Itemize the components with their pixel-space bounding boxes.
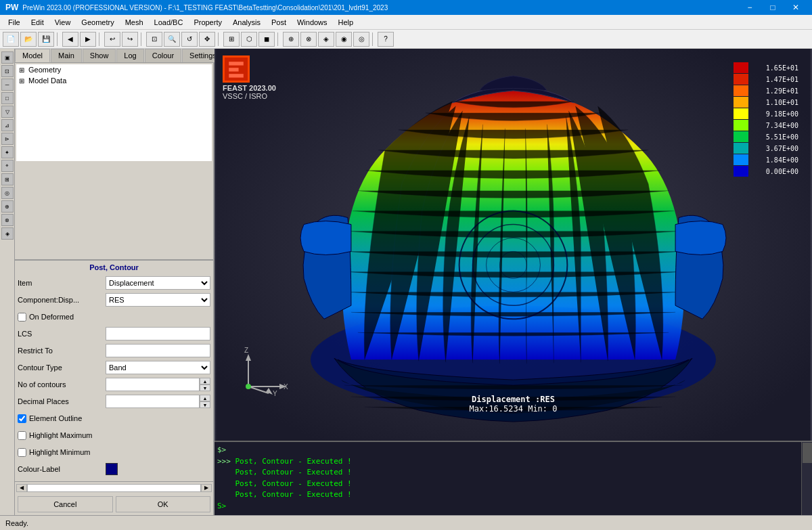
tb-redo[interactable]: ↪ bbox=[122, 32, 138, 47]
cancel-button[interactable]: Cancel bbox=[18, 496, 113, 512]
left-icon-1[interactable]: ▣ bbox=[1, 51, 14, 64]
tb-x2[interactable]: ⊗ bbox=[300, 32, 317, 47]
form-row-component: Component:Disp... RES X Y Z bbox=[18, 292, 210, 307]
left-icon-2[interactable]: ⊡ bbox=[1, 65, 14, 77]
ok-button[interactable]: OK bbox=[116, 496, 211, 512]
tb-x3[interactable]: ◈ bbox=[318, 32, 334, 47]
menu-loadbc[interactable]: Load/BC bbox=[149, 15, 189, 30]
tb-save[interactable]: 💾 bbox=[38, 32, 54, 47]
console-scrollbar-thumb[interactable] bbox=[803, 443, 812, 463]
tb-x5[interactable]: ◎ bbox=[353, 32, 369, 47]
left-icon-9[interactable]: ⌖ bbox=[1, 160, 14, 172]
tb-forward[interactable]: ▶ bbox=[80, 32, 96, 47]
tree-label-geometry: Geometry bbox=[28, 66, 61, 74]
restrict-to-input[interactable] bbox=[106, 344, 210, 357]
no-contours-spinner-btns: ▲ ▼ bbox=[200, 378, 210, 391]
tb-query[interactable]: ? bbox=[378, 32, 394, 47]
left-icon-13[interactable]: ⊗ bbox=[1, 214, 14, 226]
tb-x4[interactable]: ◉ bbox=[336, 32, 352, 47]
scale-color-3 bbox=[734, 97, 748, 108]
close-button[interactable]: ✕ bbox=[785, 0, 807, 15]
tb-back[interactable]: ◀ bbox=[62, 32, 78, 47]
tb-shade[interactable]: ◼ bbox=[258, 32, 275, 47]
menu-file[interactable]: File bbox=[3, 15, 26, 30]
tab-log[interactable]: Log bbox=[116, 49, 143, 62]
tb-zoom[interactable]: 🔍 bbox=[164, 32, 180, 47]
tab-main[interactable]: Main bbox=[51, 49, 82, 62]
tb-new[interactable]: 📄 bbox=[3, 32, 19, 47]
left-icon-5[interactable]: ▽ bbox=[1, 106, 14, 118]
no-contours-input[interactable]: 9 bbox=[106, 378, 200, 391]
highlight-min-checkbox[interactable] bbox=[18, 448, 26, 457]
decimal-places-up[interactable]: ▲ bbox=[200, 395, 210, 401]
scale-color-6 bbox=[734, 131, 748, 142]
tree-panel[interactable]: ⊞ Geometry ⊞ Model Data bbox=[16, 64, 212, 161]
menu-analysis[interactable]: Analysis bbox=[227, 15, 266, 30]
colour-label-box[interactable] bbox=[106, 463, 118, 475]
scroll-left-btn[interactable]: ◀ bbox=[16, 484, 27, 492]
menu-edit[interactable]: Edit bbox=[26, 15, 49, 30]
maximize-button[interactable]: □ bbox=[762, 0, 784, 15]
component-label: Component:Disp... bbox=[18, 296, 106, 304]
decimal-places-input[interactable]: 2 bbox=[106, 395, 200, 408]
viewport[interactable]: FEAST 2023.00 VSSC / ISRO 1.65E+011.47E+… bbox=[215, 49, 812, 441]
tb-fit[interactable]: ⊞ bbox=[223, 32, 240, 47]
scale-color-7 bbox=[734, 143, 748, 154]
left-icon-14[interactable]: ◈ bbox=[1, 227, 14, 240]
tab-show[interactable]: Show bbox=[83, 49, 116, 62]
tree-expand-geometry: ⊞ bbox=[19, 66, 26, 74]
axis-indicator: Z Y X bbox=[235, 346, 289, 400]
minimize-button[interactable]: − bbox=[739, 0, 761, 15]
tree-item-geometry[interactable]: ⊞ Geometry bbox=[16, 64, 212, 75]
on-deformed-label: On Deformed bbox=[29, 313, 74, 321]
console-text[interactable]: $> >>> Post, Contour - Executed ! Post, … bbox=[215, 442, 801, 515]
menu-property[interactable]: Property bbox=[188, 15, 227, 30]
no-contours-down[interactable]: ▼ bbox=[200, 384, 210, 391]
tab-colour[interactable]: Colour bbox=[145, 49, 181, 62]
menu-geometry[interactable]: Geometry bbox=[76, 15, 119, 30]
left-icon-10[interactable]: ⊞ bbox=[1, 173, 14, 185]
left-icon-11[interactable]: ◎ bbox=[1, 187, 14, 199]
scroll-right-btn[interactable]: ▶ bbox=[201, 484, 212, 492]
left-icon-12[interactable]: ⊕ bbox=[1, 200, 14, 213]
highlight-max-label: Highlight Maximum bbox=[29, 431, 93, 439]
contour-type-select[interactable]: Band Line bbox=[106, 361, 210, 374]
restrict-to-label: Restrict To bbox=[18, 347, 106, 355]
tb-undo[interactable]: ↩ bbox=[104, 32, 120, 47]
element-outline-checkbox[interactable] bbox=[18, 414, 26, 423]
menu-view[interactable]: View bbox=[49, 15, 76, 30]
no-contours-up[interactable]: ▲ bbox=[200, 378, 210, 384]
tree-item-modeldata[interactable]: ⊞ Model Data bbox=[16, 75, 212, 86]
left-icon-4[interactable]: □ bbox=[1, 92, 14, 104]
item-select[interactable]: Displacement Stress Strain bbox=[106, 276, 210, 290]
tb-x1[interactable]: ⊕ bbox=[283, 32, 299, 47]
toolbar-sep-6 bbox=[372, 32, 375, 46]
titlebar-title: PreWin 2023.00 (PROFESSIONAL VERSION) - … bbox=[22, 4, 388, 12]
toolbar-sep-1 bbox=[57, 32, 60, 46]
lcs-input[interactable] bbox=[106, 327, 210, 340]
tb-rotate[interactable]: ↺ bbox=[181, 32, 198, 47]
tree-expand-modeldata: ⊞ bbox=[19, 77, 26, 85]
console-scrollbar[interactable] bbox=[801, 442, 812, 515]
menu-help[interactable]: Help bbox=[333, 15, 359, 30]
scale-row-0: 1.65E+01 bbox=[734, 62, 798, 73]
left-icon-8[interactable]: ✦ bbox=[1, 146, 14, 158]
tab-model[interactable]: Model bbox=[15, 49, 50, 62]
menu-post[interactable]: Post bbox=[266, 15, 292, 30]
tb-pan[interactable]: ✥ bbox=[199, 32, 215, 47]
tb-open[interactable]: 📂 bbox=[20, 32, 37, 47]
menu-mesh[interactable]: Mesh bbox=[120, 15, 149, 30]
highlight-max-checkbox[interactable] bbox=[18, 431, 26, 440]
menu-windows[interactable]: Windows bbox=[292, 15, 333, 30]
component-select[interactable]: RES X Y Z bbox=[106, 293, 210, 307]
left-icon-3[interactable]: ─ bbox=[1, 79, 14, 91]
scrollbar-track[interactable] bbox=[27, 484, 201, 492]
left-icon-6[interactable]: ⊿ bbox=[1, 119, 14, 131]
post-contour-title: Post, Contour bbox=[18, 263, 210, 271]
on-deformed-checkbox[interactable] bbox=[18, 313, 26, 322]
scale-color-0 bbox=[734, 62, 748, 73]
decimal-places-down[interactable]: ▼ bbox=[200, 401, 210, 408]
tb-wire[interactable]: ⬡ bbox=[241, 32, 257, 47]
tb-select[interactable]: ⊡ bbox=[146, 32, 162, 47]
left-icon-7[interactable]: ⊳ bbox=[1, 133, 14, 145]
